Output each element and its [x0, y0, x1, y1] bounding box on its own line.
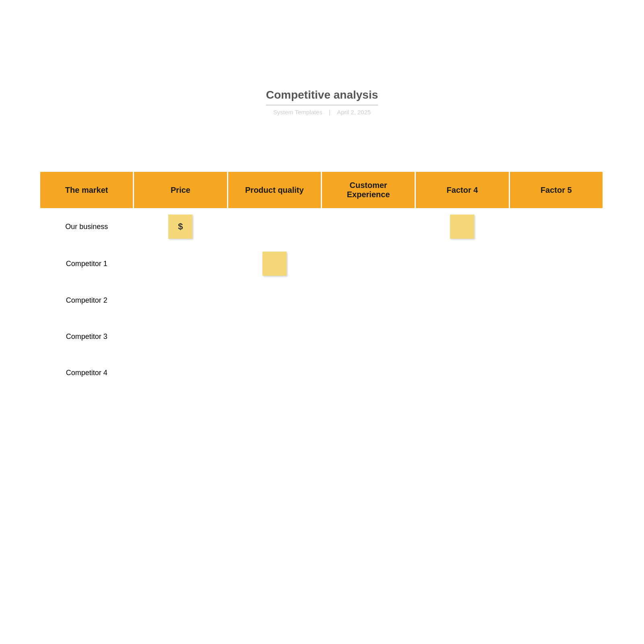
cell-competitor3-factor4 — [416, 318, 510, 355]
cell-competitor3-factor5 — [510, 318, 604, 355]
cell-our-business-factor5 — [510, 208, 604, 245]
cell-competitor2-quality — [228, 282, 322, 318]
page-title: Competitive analysis — [266, 89, 378, 105]
col-header-price: Price — [134, 172, 228, 208]
sticky-note-plain-1[interactable] — [450, 215, 474, 239]
cell-our-business-factor4[interactable] — [416, 208, 510, 245]
page-subtitle: System Templates | April 2, 2025 — [266, 109, 378, 116]
cell-competitor4-quality — [228, 355, 322, 391]
cell-our-business-quality — [228, 208, 322, 245]
col-header-factor5: Factor 5 — [510, 172, 604, 208]
col-header-market: The market — [40, 172, 134, 208]
cell-competitor1-factor5 — [510, 245, 604, 282]
sticky-note-plain-2[interactable] — [262, 252, 287, 276]
row-label-competitor-3: Competitor 3 — [40, 318, 134, 355]
competitive-analysis-table: The market Price Product quality Custome… — [40, 172, 604, 391]
cell-competitor2-factor5 — [510, 282, 604, 318]
cell-competitor2-experience — [322, 282, 416, 318]
subtitle-separator: | — [329, 109, 330, 116]
cell-competitor3-price — [134, 318, 228, 355]
table-grid: The market Price Product quality Custome… — [40, 172, 604, 391]
cell-competitor4-factor4 — [416, 355, 510, 391]
row-label-competitor-4: Competitor 4 — [40, 355, 134, 391]
row-label-our-business: Our business — [40, 208, 134, 245]
row-label-competitor-1: Competitor 1 — [40, 245, 134, 282]
cell-competitor1-quality[interactable] — [228, 245, 322, 282]
cell-competitor2-factor4 — [416, 282, 510, 318]
cell-competitor4-experience — [322, 355, 416, 391]
cell-competitor3-quality — [228, 318, 322, 355]
sticky-note-dollar[interactable]: $ — [168, 215, 192, 239]
row-label-competitor-2: Competitor 2 — [40, 282, 134, 318]
col-header-quality: Product quality — [228, 172, 322, 208]
subtitle-template: System Templates — [273, 109, 322, 116]
cell-competitor3-experience — [322, 318, 416, 355]
cell-competitor1-factor4 — [416, 245, 510, 282]
cell-competitor4-factor5 — [510, 355, 604, 391]
page-header: Competitive analysis System Templates | … — [266, 89, 378, 116]
cell-competitor2-price — [134, 282, 228, 318]
cell-competitor1-experience — [322, 245, 416, 282]
cell-competitor1-price — [134, 245, 228, 282]
cell-our-business-experience — [322, 208, 416, 245]
cell-our-business-price[interactable]: $ — [134, 208, 228, 245]
subtitle-date: April 2, 2025 — [337, 109, 371, 116]
col-header-experience: Customer Experience — [322, 172, 416, 208]
cell-competitor4-price — [134, 355, 228, 391]
col-header-factor4: Factor 4 — [416, 172, 510, 208]
